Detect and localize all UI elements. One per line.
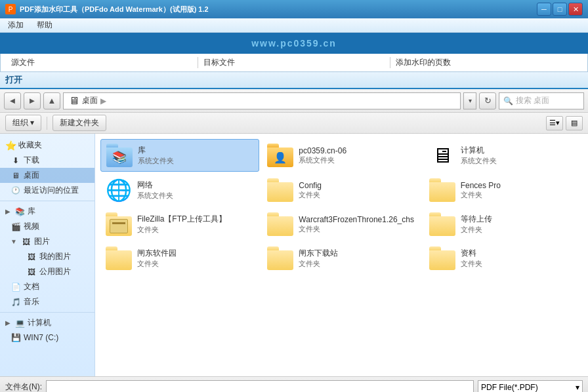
file-table-header: 源文件 目标文件 添加水印的页数: [0, 54, 588, 72]
sidebar-item-music[interactable]: 🎵 音乐: [0, 294, 94, 309]
preview-pane-button[interactable]: ▤: [566, 116, 583, 130]
file-item-warcraft[interactable]: Warcraft3FrozenThrone1.26_chs 文件夹: [262, 208, 421, 240]
recent-icon: 🕐: [10, 186, 21, 196]
downloads-icon: ⬇: [10, 155, 21, 166]
file-type-zhadong-soft: 文件夹: [137, 259, 254, 269]
search-icon: 🔍: [503, 96, 513, 106]
search-box[interactable]: 🔍 搜索 桌面: [499, 92, 584, 109]
file-info-library: 库 系统文件夹: [138, 145, 253, 166]
toolbar-bar: 组织 ▾ 新建文件夹 ☰▾ ▤: [0, 113, 588, 134]
menu-add[interactable]: 添加: [5, 18, 26, 32]
breadcrumb-dropdown[interactable]: ▾: [463, 92, 476, 109]
file-item-pc0359[interactable]: 👤 pc0359.cn-06 系统文件夹: [262, 139, 421, 172]
file-info-warcraft: Warcraft3FrozenThrone1.26_chs 文件夹: [299, 215, 415, 234]
main-area: ⭐ 收藏夹 ⬇ 下载 🖥 桌面 🕐 最近访问的位置 ▶ 📚 库: [0, 134, 588, 376]
up-button[interactable]: ▲: [43, 92, 60, 109]
file-grid: 📚 库 系统文件夹 👤 pc0359.cn-06 系统文件夹 🖥: [95, 134, 588, 376]
file-info-computer: 计算机 系统文件夹: [461, 145, 578, 166]
target-file-col: 目标文件: [198, 57, 390, 68]
folder-icon-fences: [429, 178, 455, 202]
sidebar-item-publicpictures[interactable]: 🖼 公用图片: [0, 264, 94, 279]
sidebar-item-drive-c[interactable]: 💾 WIN7 (C:): [0, 330, 94, 345]
close-button[interactable]: ✕: [568, 3, 583, 16]
filetype-arrow: ▾: [576, 383, 579, 392]
sidebar-group-computer: ▶ 💻 计算机 💾 WIN7 (C:): [0, 315, 94, 345]
watermark-text: www.pc0359.cn: [251, 38, 337, 49]
file-item-zhadong-dl[interactable]: 闸东下载站 文件夹: [262, 243, 421, 274]
file-name-pc0359: pc0359.cn-06: [299, 146, 415, 155]
drive-icon: 💾: [10, 332, 21, 343]
file-item-computer[interactable]: 🖥 计算机 系统文件夹: [424, 139, 583, 172]
file-item-fences[interactable]: Fences Pro 文件夹: [424, 174, 583, 206]
file-info-zhadong-soft: 闸东软件园 文件夹: [137, 248, 254, 269]
sidebar: ⭐ 收藏夹 ⬇ 下载 🖥 桌面 🕐 最近访问的位置 ▶ 📚 库: [0, 134, 95, 376]
window-controls: ─ □ ✕: [537, 3, 583, 16]
file-name-config: Config: [299, 181, 415, 190]
sidebar-item-pictures[interactable]: ▼ 🖼 图片: [0, 234, 94, 249]
title-bar: P PDF添加水印工具（PDFdo Add Watermark）(试用版) 1.…: [0, 0, 588, 18]
sidebar-divider-1: [0, 201, 94, 201]
file-name-computer: 计算机: [461, 145, 578, 156]
file-item-filezilla[interactable]: FileZilla【FTP上传工具】 文件夹: [100, 208, 259, 240]
file-type-warcraft: 文件夹: [299, 224, 415, 234]
view-toggle-button[interactable]: ☰▾: [546, 116, 563, 130]
library-icon: 📚: [14, 206, 25, 217]
sidebar-item-video[interactable]: 🎬 视频: [0, 219, 94, 234]
file-name-zhadong-soft: 闸东软件园: [137, 248, 254, 259]
refresh-button[interactable]: ↻: [479, 92, 496, 109]
sidebar-item-favorites[interactable]: ⭐ 收藏夹: [0, 138, 94, 153]
folder-icon-config: [267, 178, 293, 202]
mypictures-icon: 🖼: [26, 252, 37, 262]
file-info-pc0359: pc0359.cn-06 系统文件夹: [299, 146, 415, 165]
folder-icon-library: 📚: [106, 144, 133, 167]
sidebar-item-desktop[interactable]: 🖥 桌面: [0, 168, 94, 183]
bottom-bar: 文件名(N): PDF File(*.PDF) ▾: [0, 376, 588, 392]
forward-button[interactable]: ►: [24, 92, 41, 109]
pictures-icon: 🖼: [21, 237, 32, 247]
sidebar-item-library[interactable]: ▶ 📚 库: [0, 204, 94, 219]
minimize-button[interactable]: ─: [537, 3, 551, 16]
file-type-pending: 文件夹: [461, 225, 578, 235]
sidebar-item-mypictures[interactable]: 🖼 我的图片: [0, 249, 94, 264]
app-title: PDF添加水印工具（PDFdo Add Watermark）(试用版) 1.2: [20, 5, 209, 14]
file-info-fences: Fences Pro 文件夹: [461, 181, 578, 200]
file-info-zhadong-dl: 闸东下载站 文件夹: [299, 248, 415, 269]
folder-icon-zhadong-soft: [106, 246, 132, 270]
new-folder-button[interactable]: 新建文件夹: [52, 115, 106, 131]
file-type-data: 文件夹: [461, 259, 578, 269]
computer-folder-icon: 🖥: [429, 144, 455, 167]
file-item-config[interactable]: Config 文件夹: [262, 174, 421, 206]
video-icon: 🎬: [10, 222, 21, 232]
file-item-data[interactable]: 资料 文件夹: [424, 243, 583, 274]
toolbar-separator: [47, 117, 47, 130]
file-type-computer: 系统文件夹: [461, 156, 578, 166]
file-item-network[interactable]: 🌐 网络 系统文件夹: [100, 174, 259, 206]
search-placeholder: 搜索 桌面: [516, 95, 549, 106]
sidebar-divider-2: [0, 312, 94, 313]
sidebar-item-recent[interactable]: 🕐 最近访问的位置: [0, 183, 94, 198]
file-name-fences: Fences Pro: [461, 181, 578, 190]
file-type-filezilla: 文件夹: [137, 225, 254, 235]
back-button[interactable]: ◄: [4, 92, 21, 109]
filetype-select[interactable]: PDF File(*.PDF) ▾: [478, 380, 583, 393]
filename-input[interactable]: [46, 380, 474, 393]
file-item-zhadong-soft[interactable]: 闸东软件园 文件夹: [100, 243, 259, 274]
sidebar-item-computer[interactable]: ▶ 💻 计算机: [0, 315, 94, 330]
restore-button[interactable]: □: [553, 3, 567, 16]
file-info-data: 资料 文件夹: [461, 248, 578, 269]
folder-icon-zhadong-dl: [267, 246, 293, 270]
file-name-pending: 等待上传: [461, 214, 578, 225]
file-type-pc0359: 系统文件夹: [299, 155, 415, 165]
file-item-library[interactable]: 📚 库 系统文件夹: [100, 139, 259, 172]
folder-icon-pc0359: 👤: [267, 144, 293, 167]
organize-button[interactable]: 组织 ▾: [5, 115, 41, 131]
sidebar-item-documents[interactable]: 📄 文档: [0, 279, 94, 294]
file-item-pending[interactable]: 等待上传 文件夹: [424, 208, 583, 240]
sidebar-item-downloads[interactable]: ⬇ 下载: [0, 153, 94, 168]
menu-help[interactable]: 帮助: [34, 18, 55, 32]
dialog-title: 打开: [5, 74, 22, 86]
folder-icon-data: [429, 246, 455, 270]
breadcrumb: 🖥 桌面 ▶: [63, 92, 461, 109]
sidebar-group-library: ▶ 📚 库 🎬 视频 ▼ 🖼 图片 🖼 我的图片 🖼 公用图片: [0, 204, 94, 309]
watermark-banner: www.pc0359.cn: [0, 33, 588, 54]
